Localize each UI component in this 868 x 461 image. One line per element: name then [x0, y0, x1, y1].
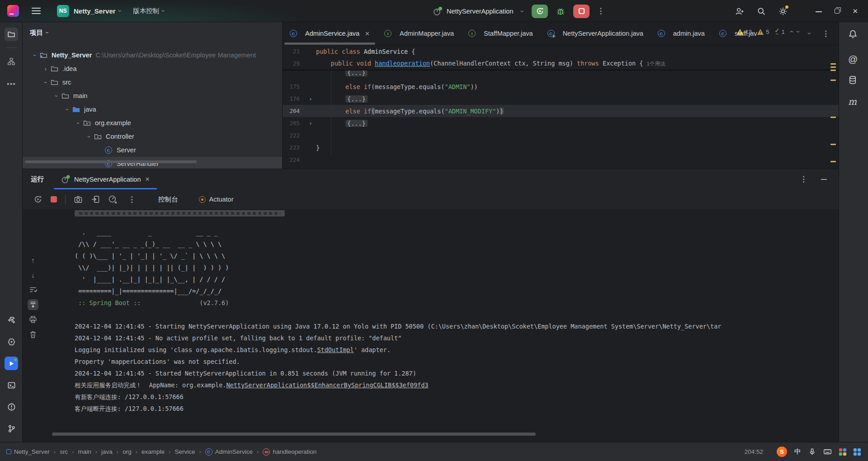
- tree-row[interactable]: ›src: [23, 75, 283, 89]
- tree-row[interactable]: CServer: [23, 143, 283, 157]
- weak-warnings-count[interactable]: ! 5: [757, 28, 769, 35]
- code-editor[interactable]: 21public class AdminService {29 public v…: [283, 45, 839, 169]
- folded-region[interactable]: {...}: [345, 95, 368, 103]
- breadcrumb-item[interactable]: Service: [175, 448, 195, 455]
- close-button[interactable]: ✕: [852, 7, 858, 15]
- tab-list-chevron-icon[interactable]: ›: [807, 33, 814, 35]
- services-icon[interactable]: [5, 335, 18, 348]
- settings-gear-icon[interactable]: [778, 7, 788, 16]
- clear-console-icon[interactable]: [28, 329, 38, 340]
- close-tab-icon[interactable]: ✕: [145, 176, 150, 183]
- breadcrumb-item[interactable]: org: [123, 448, 132, 455]
- breadcrumb-item[interactable]: example: [142, 448, 165, 455]
- chevron-icon[interactable]: ›: [53, 91, 60, 101]
- passed-inspections-count[interactable]: ✓∼ 1: [775, 28, 785, 35]
- code-line[interactable]: 175 else if(messageType.equals("ADMIN")): [283, 80, 839, 93]
- chevron-icon[interactable]: ›: [42, 77, 49, 87]
- search-icon[interactable]: [757, 7, 766, 16]
- inspection-widget[interactable]: ! 13 ! 5 ✓∼ 1 › ›: [737, 25, 800, 38]
- folded-region[interactable]: {...}: [345, 120, 368, 127]
- add-user-icon[interactable]: [735, 7, 744, 16]
- minimize-button[interactable]: [816, 11, 822, 12]
- editor-tab[interactable]: IAdminMapper.java: [377, 22, 461, 45]
- tree-row[interactable]: ›Controller: [23, 130, 283, 143]
- sticky-code-line[interactable]: 29 public void handleoperation(ChannelHa…: [283, 57, 839, 70]
- more-actions-icon[interactable]: ⋮: [594, 6, 607, 16]
- hide-panel-icon[interactable]: [821, 179, 827, 180]
- ime-toolbox-icon[interactable]: [839, 448, 846, 456]
- chevron-icon[interactable]: ›: [64, 104, 71, 114]
- stop-icon[interactable]: [51, 196, 57, 202]
- tree-row[interactable]: ›java: [23, 103, 283, 116]
- attach-icon[interactable]: [91, 195, 100, 204]
- breadcrumb-item[interactable]: java: [101, 448, 113, 455]
- folded-region[interactable]: {...}: [345, 71, 368, 76]
- console-tab[interactable]: 控制台: [158, 195, 178, 204]
- tab-options-icon[interactable]: ⋮: [819, 29, 832, 38]
- debug-button[interactable]: [552, 5, 569, 18]
- main-menu-icon[interactable]: [32, 8, 41, 14]
- toolbar-more-icon[interactable]: ⋮: [125, 195, 138, 204]
- chevron-down-icon[interactable]: ›: [519, 10, 526, 12]
- code-line[interactable]: {...}: [283, 71, 839, 80]
- maven-icon[interactable]: m: [848, 96, 857, 107]
- chevron-icon[interactable]: ›: [75, 118, 82, 128]
- more-tool-windows-icon[interactable]: •••: [5, 77, 18, 91]
- editor-tab[interactable]: Cadmin.java: [651, 22, 712, 45]
- sticky-code-line[interactable]: 21public class AdminService {: [283, 45, 839, 57]
- breadcrumb-item[interactable]: mhandleoperation: [263, 448, 316, 456]
- stop-button[interactable]: [573, 5, 590, 18]
- breadcrumb-item[interactable]: Netty_Server: [6, 448, 50, 455]
- editor-tab[interactable]: CNettyServerApplication.java: [540, 22, 651, 45]
- tree-root-row[interactable]: ›Netty_ServerC:\Users\zhan\Desktop\Scoke…: [23, 48, 283, 62]
- chevron-icon[interactable]: ›: [41, 66, 51, 72]
- project-name[interactable]: Netty_Server: [74, 7, 116, 15]
- database-icon[interactable]: [848, 75, 857, 85]
- project-tool-window-button[interactable]: [5, 28, 18, 41]
- scroll-up-icon[interactable]: ↑: [28, 254, 38, 265]
- code-line[interactable]: 205› {...}: [283, 117, 839, 129]
- git-branch-icon[interactable]: [5, 422, 18, 435]
- build-hammer-icon[interactable]: [5, 313, 18, 327]
- editor-tab[interactable]: CAdminService.java✕: [283, 22, 377, 45]
- soft-wrap-icon[interactable]: [28, 284, 38, 295]
- breadcrumb-item[interactable]: CAdminService: [205, 448, 253, 456]
- microphone-icon[interactable]: [808, 448, 816, 456]
- chevron-icon[interactable]: ›: [86, 132, 93, 141]
- run-tab[interactable]: NettyServerApplication ✕: [54, 169, 157, 189]
- fold-arrow-icon[interactable]: ›: [305, 95, 316, 102]
- editor-tab[interactable]: IStaffMapper.java: [461, 22, 540, 45]
- code-line[interactable]: 176› {...}: [283, 93, 839, 105]
- run-config-name[interactable]: NettyServerApplication: [447, 8, 514, 15]
- breadcrumb-item[interactable]: src: [60, 448, 68, 455]
- rerun-icon[interactable]: [33, 195, 42, 204]
- ime-grid-icon[interactable]: [854, 448, 861, 456]
- run-panel-options-icon[interactable]: ⋮: [797, 174, 810, 184]
- vcs-menu[interactable]: 版本控制: [133, 7, 159, 15]
- ai-assistant-icon[interactable]: @: [848, 54, 858, 65]
- warnings-count[interactable]: ! 13: [737, 28, 752, 35]
- prev-problem-icon[interactable]: ›: [788, 31, 795, 33]
- run-tool-window-button[interactable]: [5, 357, 18, 370]
- code-line[interactable]: 223}: [283, 141, 839, 154]
- gauge-icon[interactable]: [108, 195, 117, 204]
- tree-row[interactable]: ›org.example: [23, 116, 283, 130]
- code-line[interactable]: 204 else if(messageType.equals("ADMIN_MO…: [283, 105, 839, 117]
- project-badge[interactable]: NS: [57, 5, 69, 17]
- code-line[interactable]: 222: [283, 129, 839, 141]
- ime-language-indicator[interactable]: 中: [794, 447, 801, 456]
- fold-arrow-icon[interactable]: ›: [305, 120, 316, 127]
- problems-icon[interactable]: [5, 400, 18, 414]
- thread-dump-camera-icon[interactable]: [74, 195, 83, 204]
- project-horizontal-scrollbar[interactable]: [25, 160, 197, 163]
- sogou-input-icon[interactable]: S: [777, 447, 787, 457]
- code-line[interactable]: 224: [283, 154, 839, 166]
- notifications-bell-icon[interactable]: [848, 29, 868, 39]
- caret-position[interactable]: 204:52: [745, 448, 763, 455]
- next-problem-icon[interactable]: ›: [795, 31, 802, 33]
- breadcrumb-item[interactable]: main: [78, 448, 91, 455]
- terminal-icon[interactable]: [5, 378, 18, 392]
- actuator-tab[interactable]: Actuator: [199, 196, 234, 203]
- rerun-button[interactable]: [532, 5, 548, 18]
- print-icon[interactable]: [28, 314, 38, 325]
